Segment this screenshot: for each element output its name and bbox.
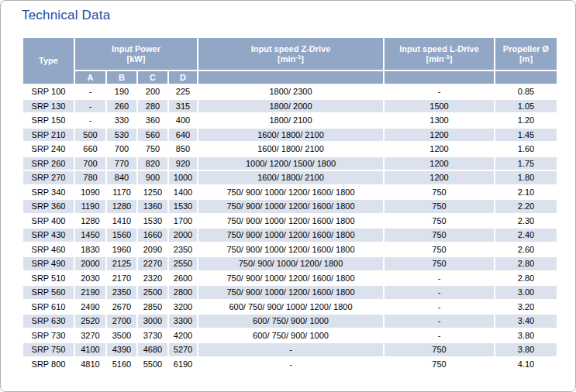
propeller-diameter-cell: 2.20: [495, 199, 557, 214]
propeller-diameter-cell: 2.30: [495, 214, 557, 229]
input-power-a-cell: 4810: [74, 357, 106, 372]
type-cell: SRP 210: [22, 128, 74, 143]
input-power-b-cell: 1560: [106, 228, 137, 242]
propeller-diameter-cell: 1.05: [495, 99, 557, 114]
page-title: Technical Data: [22, 8, 110, 23]
z-drive-speed-cell: 750/ 900/ 1000/ 1200/ 1600/ 1800: [198, 271, 384, 286]
input-power-b-cell: 530: [106, 128, 137, 143]
input-power-b-cell: 840: [106, 170, 137, 185]
column-header-propeller: Propeller Ø [m]: [495, 37, 557, 70]
input-power-b-cell: 2125: [106, 256, 137, 271]
z-drive-speed-cell: 600/ 750/ 900/ 1000: [198, 314, 384, 328]
column-header-type-label: Type: [39, 56, 58, 65]
z-drive-speed-cell: 750/ 900/ 1000/ 1200/ 1600/ 1800: [198, 242, 384, 257]
input-power-d-cell: 920: [168, 156, 198, 171]
input-power-d-cell: 6190: [168, 357, 198, 372]
propeller-unit: [m]: [495, 54, 557, 64]
column-header-b: B: [106, 70, 137, 84]
sub-header-spacer-propeller: [495, 70, 557, 84]
input-power-b-cell: 2350: [106, 285, 137, 300]
type-cell: SRP 610: [22, 300, 74, 315]
z-drive-speed-cell: 750/ 900/ 1000/ 1200/ 1600/ 1800: [198, 214, 384, 229]
input-power-c-cell: 560: [137, 128, 168, 143]
input-power-a-cell: -: [74, 84, 106, 99]
l-drive-speed-cell: 1500: [384, 99, 495, 114]
input-power-b-cell: 1280: [106, 199, 137, 214]
type-cell: SRP 260: [22, 156, 74, 171]
input-power-d-cell: 1000: [168, 170, 198, 185]
input-power-d-cell: 850: [168, 142, 198, 156]
l-drive-unit: [min-1]: [385, 54, 494, 64]
type-cell: SRP 630: [22, 314, 74, 328]
z-drive-speed-cell: 750/ 900/ 1000/ 1200/ 1600/ 1800: [198, 199, 384, 214]
input-power-d-cell: 1700: [168, 214, 198, 229]
input-power-a-cell: 3270: [74, 328, 106, 343]
table-row: SRP 7303270350037304200600/ 750/ 900/ 10…: [22, 328, 557, 343]
propeller-diameter-cell: 1.20: [495, 113, 557, 128]
input-power-b-cell: 770: [106, 156, 137, 171]
type-cell: SRP 360: [22, 199, 74, 214]
table-row: SRP 4902000212522702550750/ 900/ 1000/ 1…: [22, 256, 557, 271]
input-power-a-cell: 660: [74, 142, 106, 156]
l-drive-speed-cell: -: [384, 300, 495, 315]
table-row: SRP 3401090117012501400750/ 900/ 1000/ 1…: [22, 185, 557, 200]
input-power-b-cell: 330: [106, 113, 137, 128]
type-cell: SRP 460: [22, 242, 74, 257]
l-drive-speed-cell: 1300: [384, 113, 495, 128]
table-header: Type Input Power [kW] Input speed Z-Driv…: [22, 37, 557, 84]
l-drive-speed-cell: 750: [384, 214, 495, 229]
type-cell: SRP 270: [22, 170, 74, 185]
l-drive-speed-cell: 1200: [384, 156, 495, 171]
input-power-d-cell: 2600: [168, 271, 198, 286]
table-row: SRP 4301450156016602000750/ 900/ 1000/ 1…: [22, 228, 557, 242]
type-cell: SRP 340: [22, 185, 74, 200]
z-drive-speed-cell: 1800/ 2300: [198, 84, 384, 99]
type-cell: SRP 240: [22, 142, 74, 156]
z-drive-speed-cell: 1600/ 1800/ 2100: [198, 170, 384, 185]
input-power-d-cell: 400: [168, 113, 198, 128]
input-power-c-cell: 2500: [137, 285, 168, 300]
z-drive-speed-cell: 750/ 900/ 1000/ 1200/ 1600/ 1800: [198, 285, 384, 300]
l-drive-speed-cell: 750: [384, 242, 495, 257]
l-drive-speed-cell: -: [384, 84, 495, 99]
input-power-a-cell: 1280: [74, 214, 106, 229]
z-drive-speed-cell: 600/ 750/ 900/ 1000/ 1200/ 1800: [198, 300, 384, 315]
input-power-d-cell: 640: [168, 128, 198, 143]
input-power-a-cell: 2000: [74, 256, 106, 271]
table-row: SRP 2406607007508501600/ 1800/ 210012001…: [22, 142, 557, 156]
input-power-d-cell: 2350: [168, 242, 198, 257]
input-power-b-cell: 190: [106, 84, 137, 99]
input-power-d-cell: 3300: [168, 314, 198, 328]
l-drive-label: Input speed L-Drive: [385, 44, 494, 54]
input-power-d-cell: 2000: [168, 228, 198, 242]
input-power-b-cell: 260: [106, 99, 137, 114]
input-power-a-cell: -: [74, 113, 106, 128]
propeller-diameter-cell: 2.10: [495, 185, 557, 200]
table-row: SRP 7504100439046805270-7503.80: [22, 342, 557, 357]
z-drive-label: Input speed Z-Drive: [198, 44, 383, 54]
z-drive-speed-cell: 1800/ 2100: [198, 113, 384, 128]
l-drive-speed-cell: 750: [384, 357, 495, 372]
l-drive-speed-cell: -: [384, 314, 495, 328]
input-power-c-cell: 2090: [137, 242, 168, 257]
propeller-diameter-cell: 1.80: [495, 170, 557, 185]
input-power-a-cell: 2030: [74, 271, 106, 286]
type-cell: SRP 730: [22, 328, 74, 343]
z-drive-speed-cell: 1000/ 1200/ 1500/ 1800: [198, 156, 384, 171]
input-power-c-cell: 200: [137, 84, 168, 99]
propeller-diameter-cell: 3.20: [495, 300, 557, 315]
table-row: SRP 150-3303604001800/ 210013001.20: [22, 113, 557, 128]
input-power-c-cell: 2320: [137, 271, 168, 286]
input-power-b-cell: 1960: [106, 242, 137, 257]
table-row: SRP 5602190235025002800750/ 900/ 1000/ 1…: [22, 285, 557, 300]
z-drive-speed-cell: 1600/ 1800/ 2100: [198, 128, 384, 143]
input-power-a-cell: -: [74, 99, 106, 114]
type-cell: SRP 430: [22, 228, 74, 242]
input-power-b-cell: 2670: [106, 300, 137, 315]
input-power-c-cell: 5500: [137, 357, 168, 372]
input-power-c-cell: 2850: [137, 300, 168, 315]
table-row: SRP 3601190128013601530750/ 900/ 1000/ 1…: [22, 199, 557, 214]
input-power-c-cell: 1250: [137, 185, 168, 200]
table-row: SRP 4001280141015301700750/ 900/ 1000/ 1…: [22, 214, 557, 229]
input-power-b-cell: 1170: [106, 185, 137, 200]
